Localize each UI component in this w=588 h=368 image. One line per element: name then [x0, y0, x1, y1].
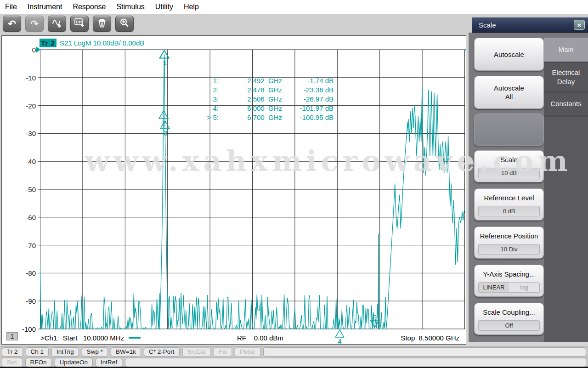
marker-3-number: 3	[164, 129, 167, 137]
start-frequency-label: >Ch1: Start 10.0000 MHz	[40, 334, 124, 342]
delete-button[interactable]	[93, 16, 111, 32]
redo-button[interactable]: ↷	[25, 16, 44, 32]
tab-constants[interactable]: Constants	[544, 93, 588, 117]
menu-item-file[interactable]: File	[5, 3, 17, 11]
menu-item-stimulus[interactable]: Stimulus	[116, 3, 144, 11]
status-pulse[interactable]: Pulse	[235, 347, 260, 357]
status-c-2-port[interactable]: C* 2-Port	[144, 347, 180, 357]
autoscale-button[interactable]: Autoscale	[474, 38, 544, 71]
trace-title: S21 LogM 10.00dB/ 0.00dB	[60, 39, 144, 47]
trace-badge[interactable]: Tr 2	[40, 39, 57, 47]
channel-number-box[interactable]: 1	[6, 332, 18, 340]
y-axis-label: -60	[8, 214, 36, 221]
marker-readout-freq: 2.492 GHz	[219, 76, 282, 85]
y-axis-label: -80	[8, 269, 36, 277]
rf-power-label: RF 0.00 dBm	[237, 334, 283, 342]
status-swp-[interactable]: Swp *	[82, 347, 108, 357]
status-rfon[interactable]: RFOn	[25, 358, 52, 367]
autoscale-all-button-label: Autoscale All	[494, 84, 524, 101]
reference-position-indicator-left[interactable]	[36, 46, 40, 53]
autoscale-all-button[interactable]: Autoscale All	[474, 76, 544, 109]
menu-item-utility[interactable]: Utility	[155, 3, 173, 11]
status-srccal[interactable]: SrcCal	[182, 347, 211, 357]
reference-position-button-label: Reference Position	[476, 232, 542, 240]
marker-readout-value: -1.74 dB	[282, 76, 334, 85]
status-bar-row-1: Tr 2Ch 1IntTrigSwp *BW=1kC* 2-PortSrcCal…	[0, 346, 588, 357]
undo-button[interactable]: ↶	[3, 16, 21, 32]
zoom-icon	[119, 17, 130, 30]
status-ch-1[interactable]: Ch 1	[26, 347, 49, 357]
status-svc[interactable]: Svc	[2, 358, 23, 367]
stop-frequency-label: Stop 8.50000 GHz	[401, 334, 459, 342]
status-tr-2[interactable]: Tr 2	[2, 347, 23, 357]
menu-item-response[interactable]: Response	[73, 3, 106, 11]
status-bar-row-2: SvcRFOnUpdateOnIntRef	[0, 357, 588, 367]
undo-icon: ↶	[8, 19, 16, 29]
status-fix[interactable]: Fix	[214, 347, 232, 357]
tab-electrical-delay[interactable]: Electrical Delay	[544, 63, 588, 93]
scale-panel: Scale × AutoscaleAutoscale AllScale10 dB…	[469, 17, 588, 342]
marker-readout-value: -100.95 dB	[282, 113, 334, 122]
marker-readout-table: 1:2.492 GHz-1.74 dB2:2.478 GHz-23.36 dB3…	[198, 76, 334, 122]
close-icon[interactable]: ×	[574, 20, 585, 30]
plot-window: 12345 Tr 2 S21 LogM 10.00dB/ 0.00dB 0-10…	[1, 35, 466, 345]
scale-button-value: 10 dB	[478, 168, 540, 178]
add-channel-icon: CH	[74, 17, 85, 30]
reference-position-button[interactable]: Reference Position10 Div	[474, 226, 544, 259]
y-axis-label: -70	[8, 242, 36, 249]
marker-5-number: 5	[373, 312, 376, 320]
y-axis-label: -10	[8, 74, 36, 82]
stimulus-bar: 1 >Ch1: Start 10.0000 MHz RF 0.00 dBm St…	[2, 334, 466, 343]
marker-readout-id: 4:	[198, 104, 219, 113]
scale-panel-tabs: MainElectrical DelayConstants	[544, 38, 588, 342]
marker-readout-row: 4:6.000 GHz-101.97 dB	[198, 104, 334, 113]
marker-readout-freq: 6.000 GHz	[219, 104, 282, 113]
marker-readout-row: > 5:6.700 GHz-100.95 dB	[198, 113, 334, 122]
y-axis-label: -50	[8, 186, 36, 193]
marker-readout-value: -101.97 dB	[282, 104, 334, 113]
y-axis-spacing-button-option-log[interactable]: log	[509, 283, 539, 292]
marker-readout-row: 1:2.492 GHz-1.74 dB	[198, 76, 334, 85]
marker-readout-id: > 5:	[198, 113, 219, 122]
tab-main[interactable]: Main	[544, 38, 588, 63]
add-trace-icon	[51, 17, 62, 30]
marker-readout-value: -23.36 dB	[282, 85, 334, 95]
status-bw-1k[interactable]: BW=1k	[111, 347, 141, 357]
reference-level-button-label: Reference Level	[476, 193, 542, 202]
zoom-button[interactable]	[115, 16, 134, 32]
y-axis-label: -90	[8, 297, 36, 305]
y-axis-label: -30	[8, 130, 36, 137]
reference-level-button[interactable]: Reference Level0 dB	[474, 188, 544, 221]
scale-panel-title-bar[interactable]: Scale ×	[472, 17, 588, 33]
y-axis-spacing-button-option-linear[interactable]: LINEAR	[479, 283, 509, 292]
status-empty-field	[263, 347, 586, 357]
scale-button[interactable]: Scale10 dB	[474, 150, 544, 182]
marker-readout-row: 3:2.506 GHz-26.97 dB	[198, 95, 334, 104]
scale-panel-body: AutoscaleAutoscale AllScale10 dBReferenc…	[469, 33, 588, 342]
status-inttrig[interactable]: IntTrig	[51, 347, 79, 357]
y-axis-spacing-button-label: Y-Axis Spacing...	[476, 270, 542, 278]
status-updateon[interactable]: UpdateOn	[55, 358, 93, 367]
y-axis-label: -20	[8, 102, 36, 110]
y-axis-spacing-button[interactable]: Y-Axis Spacing...LINEARlog	[474, 265, 544, 297]
menu-item-help[interactable]: Help	[184, 3, 199, 11]
marker-readout-row: 2:2.478 GHz-23.36 dB	[198, 85, 334, 95]
scale-coupling-button-label: Scale Coupling...	[476, 308, 542, 317]
marker-readout-id: 3:	[198, 95, 219, 104]
scale-panel-title: Scale	[479, 21, 496, 29]
menu-item-instrument[interactable]: Instrument	[28, 3, 62, 11]
redo-icon: ↷	[30, 19, 39, 29]
add-trace-button[interactable]	[48, 16, 66, 32]
marker-readout-freq: 6.700 GHz	[219, 113, 282, 122]
status-intref[interactable]: IntRef	[96, 358, 122, 367]
marker-readout-freq: 2.478 GHz	[219, 85, 282, 95]
marker-readout-freq: 2.506 GHz	[219, 95, 282, 104]
status-empty-field	[125, 358, 586, 367]
scale-button-label: Scale	[476, 155, 542, 164]
scale-coupling-button[interactable]: Scale Coupling...Off	[474, 303, 544, 335]
y-axis-spacing-button-toggle[interactable]: LINEARlog	[478, 282, 540, 293]
y-axis-label: -40	[8, 158, 36, 165]
add-channel-button[interactable]: CH	[70, 16, 89, 32]
trace-color-key	[129, 337, 141, 339]
svg-text:CH: CH	[76, 20, 82, 24]
